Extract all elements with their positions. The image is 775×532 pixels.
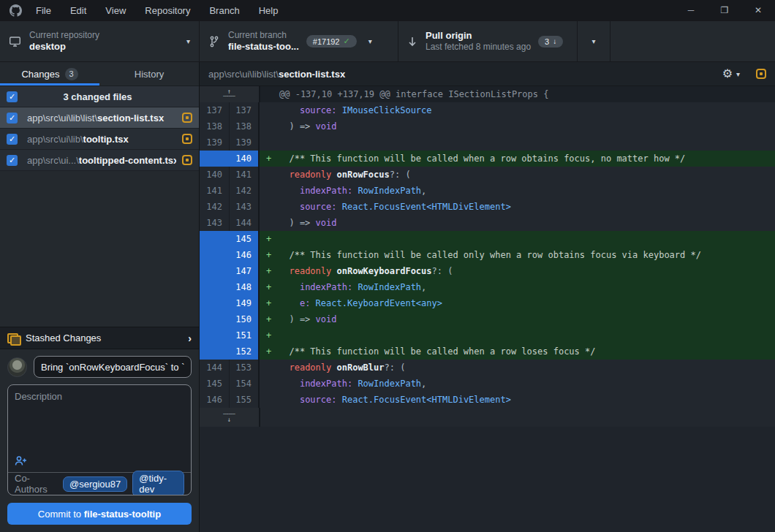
new-line-number: 146 bbox=[230, 247, 260, 263]
diff-file-dir: app\src\ui\lib\list\ bbox=[208, 69, 279, 80]
sidebar: Changes 3 History ✓ 3 changed files ✓ ap… bbox=[0, 62, 200, 532]
diff-line[interactable]: 140141 readonly onRowFocus?: ( bbox=[200, 167, 775, 183]
code-segment: indexPath: bbox=[300, 379, 352, 389]
diff-line[interactable]: 147+ readonly onRowKeyboardFocus?: ( bbox=[200, 263, 775, 279]
file-checkbox[interactable]: ✓ bbox=[7, 134, 18, 145]
code-segment: ) => bbox=[279, 314, 316, 324]
file-checkbox[interactable]: ✓ bbox=[7, 155, 18, 166]
commit-button[interactable]: Commit to file-status-tooltip bbox=[7, 503, 192, 525]
diff-line[interactable]: 145+ bbox=[200, 231, 775, 247]
diff-line[interactable]: 146155 source: React.FocusEvent<HTMLDivE… bbox=[200, 392, 775, 408]
code-segment bbox=[279, 186, 300, 196]
expand-up-icon[interactable]: ↑┄┄┄ bbox=[223, 89, 235, 99]
close-button[interactable]: ✕ bbox=[741, 0, 775, 21]
commit-button-prefix: Commit to bbox=[38, 509, 84, 520]
file-name: tooltip.tsx bbox=[83, 134, 129, 145]
diff-expand-row: ┄┄┄↓ bbox=[200, 408, 775, 427]
diff-line[interactable]: 152+ /** This function will be called wh… bbox=[200, 343, 775, 360]
code-segment: source: bbox=[300, 105, 337, 115]
coauthor-pill[interactable]: @sergiou87 bbox=[63, 476, 127, 492]
github-desktop-window: File Edit View Repository Branch Help ─ … bbox=[0, 0, 775, 532]
menu-branch[interactable]: Branch bbox=[200, 0, 249, 21]
sidebar-tabs: Changes 3 History bbox=[0, 62, 199, 86]
current-branch-button[interactable]: Current branch file-status-too... #17192… bbox=[200, 21, 398, 61]
file-row-section-list[interactable]: ✓ app\src\ui\lib\list\section-list.tsx bbox=[0, 107, 199, 129]
stashed-changes-row[interactable]: Stashed Changes › bbox=[0, 327, 199, 349]
code-text bbox=[279, 231, 775, 247]
diff-marker: + bbox=[260, 151, 279, 167]
github-logo-icon bbox=[4, 4, 26, 17]
pull-count: 3 bbox=[545, 37, 549, 46]
file-row-tooltipped-content[interactable]: ✓ app\src\ui...\tooltipped-content.tsx bbox=[0, 150, 199, 171]
code-text: readonly onRowKeyboardFocus?: ( bbox=[279, 263, 775, 279]
new-line-number: 145 bbox=[230, 231, 260, 247]
diff-line[interactable]: 137137 source: IMouseClickSource bbox=[200, 102, 775, 118]
new-line-number: 148 bbox=[230, 279, 260, 295]
file-list-empty-area bbox=[0, 171, 199, 327]
code-segment: onRowFocus bbox=[336, 170, 389, 180]
current-repository-button[interactable]: Current repository desktop ▾ bbox=[0, 21, 200, 61]
maximize-button[interactable]: ❐ bbox=[708, 0, 741, 21]
diff-line[interactable]: 144153 readonly onRowBlur?: ( bbox=[200, 360, 775, 376]
new-line-number: 147 bbox=[230, 263, 260, 279]
pr-check-badge[interactable]: #17192✓ bbox=[306, 35, 357, 48]
file-dir: app\src\ui...\ bbox=[27, 155, 79, 166]
old-line-number: 143 bbox=[200, 215, 230, 231]
commit-description-input[interactable] bbox=[8, 385, 191, 452]
diff-line[interactable]: 142143 source: React.FocusEvent<HTMLDivE… bbox=[200, 199, 775, 215]
file-name: tooltipped-content.tsx bbox=[79, 155, 176, 166]
gear-icon: ⚙ bbox=[722, 68, 733, 80]
diff-line[interactable]: 139139 bbox=[200, 134, 775, 151]
diff-options-button[interactable]: ⚙▾ bbox=[722, 68, 740, 80]
tab-history[interactable]: History bbox=[99, 62, 199, 86]
diff-line[interactable]: 151+ bbox=[200, 327, 775, 343]
diff-empty-area bbox=[200, 427, 775, 532]
code-segment: RowIndexPath bbox=[352, 282, 421, 292]
menu-edit[interactable]: Edit bbox=[61, 0, 96, 21]
menu-file[interactable]: File bbox=[26, 0, 61, 21]
include-all-checkbox[interactable]: ✓ bbox=[7, 91, 18, 102]
diff-line[interactable]: 149+ e: React.KeyboardEvent<any> bbox=[200, 295, 775, 311]
commit-summary-input[interactable] bbox=[34, 356, 192, 378]
diff-line[interactable]: 140+ /** This function will be called wh… bbox=[200, 151, 775, 167]
diff-line[interactable]: 145154 indexPath: RowIndexPath, bbox=[200, 376, 775, 392]
file-checkbox[interactable]: ✓ bbox=[7, 113, 18, 123]
tab-changes[interactable]: Changes 3 bbox=[0, 62, 99, 86]
file-row-tooltip[interactable]: ✓ app\src\ui\lib\tooltip.tsx bbox=[0, 129, 199, 150]
code-segment bbox=[279, 362, 289, 373]
git-branch-icon bbox=[208, 35, 220, 48]
minimize-button[interactable]: ─ bbox=[674, 0, 708, 21]
menu-repository[interactable]: Repository bbox=[135, 0, 200, 21]
chevron-down-icon[interactable]: ▾ bbox=[368, 37, 372, 45]
code-text: indexPath: RowIndexPath, bbox=[279, 279, 775, 295]
menu-view[interactable]: View bbox=[96, 0, 135, 21]
old-line-number: 137 bbox=[200, 102, 230, 118]
old-line-number: 144 bbox=[200, 360, 230, 376]
diff-line[interactable]: 138138 ) => void bbox=[200, 118, 775, 134]
menu-help[interactable]: Help bbox=[249, 0, 288, 21]
modified-status-icon bbox=[182, 155, 192, 165]
code-segment: , bbox=[421, 186, 426, 196]
coauthor-pill[interactable]: @tidy-dev bbox=[132, 471, 184, 495]
old-line-number bbox=[200, 295, 230, 311]
diff-line[interactable]: 143144 ) => void bbox=[200, 215, 775, 231]
diff-line[interactable]: 141142 indexPath: RowIndexPath, bbox=[200, 183, 775, 199]
new-line-number: 137 bbox=[230, 102, 260, 118]
code-segment: React.FocusEvent<HTMLDivElement> bbox=[336, 395, 510, 405]
file-path: app\src\ui\lib\tooltip.tsx bbox=[27, 134, 176, 145]
expand-down-icon[interactable]: ┄┄┄↓ bbox=[223, 412, 235, 422]
diff-line[interactable]: 146+ /** This function will be called on… bbox=[200, 247, 775, 263]
arrow-down-icon bbox=[407, 35, 417, 48]
file-path: app\src\ui...\tooltipped-content.tsx bbox=[27, 155, 176, 166]
pull-origin-button[interactable]: Pull origin Last fetched 8 minutes ago 3… bbox=[398, 21, 578, 61]
diff-marker bbox=[260, 134, 279, 151]
add-coauthor-icon[interactable] bbox=[15, 455, 27, 469]
new-line-number: 150 bbox=[230, 311, 260, 327]
stash-icon bbox=[7, 333, 19, 343]
code-segment bbox=[279, 202, 300, 212]
fetch-dropdown-button[interactable]: ▾ bbox=[578, 21, 610, 61]
code-segment: /** This function will be called when a … bbox=[279, 153, 685, 164]
diff-line[interactable]: 148+ indexPath: RowIndexPath, bbox=[200, 279, 775, 295]
diff-line[interactable]: 150+ ) => void bbox=[200, 311, 775, 327]
hunk-header-text: @@ -137,10 +137,19 @@ interface ISection… bbox=[260, 86, 548, 102]
